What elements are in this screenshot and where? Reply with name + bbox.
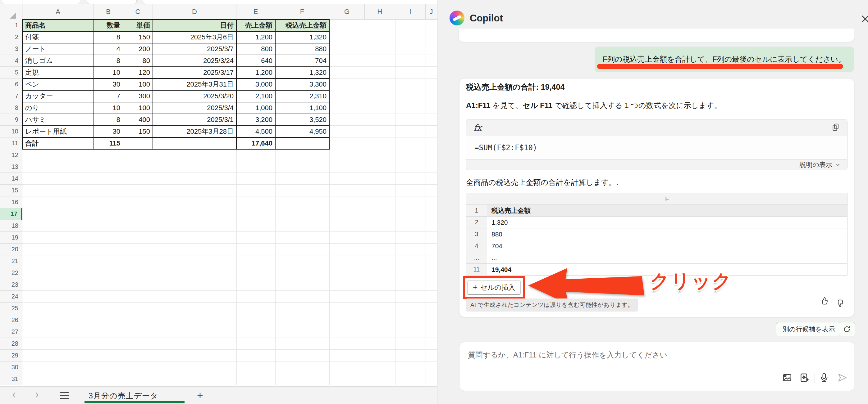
column-header-H[interactable]: H — [365, 4, 395, 20]
thumbs-up-icon[interactable] — [819, 296, 830, 306]
cell[interactable]: 2025/3/20 — [153, 90, 237, 102]
row-header-2[interactable]: 2 — [0, 31, 22, 43]
column-header-J[interactable]: J — [426, 4, 437, 20]
column-header-D[interactable]: D — [153, 4, 237, 20]
row-header-11[interactable]: 11 — [0, 137, 22, 149]
thumbs-down-icon[interactable] — [835, 298, 845, 308]
cell[interactable]: 10 — [94, 67, 123, 78]
cell[interactable]: 商品名 — [22, 20, 94, 31]
cell[interactable]: 1,100 — [275, 102, 329, 114]
cell[interactable]: 8 — [94, 55, 123, 67]
cell[interactable]: 4 — [94, 43, 123, 55]
cell[interactable]: 200 — [123, 43, 153, 55]
row-header-9[interactable]: 9 — [0, 114, 22, 126]
cell[interactable]: 4,950 — [275, 126, 329, 137]
cell[interactable]: 消しゴム — [22, 55, 94, 67]
column-header-B[interactable]: B — [94, 4, 123, 20]
cell[interactable]: 税込売上金額 — [275, 20, 329, 31]
column-header-I[interactable]: I — [395, 4, 426, 20]
prev-sheet-button[interactable] — [10, 392, 18, 398]
row-header-15[interactable]: 15 — [0, 184, 22, 196]
row-header-21[interactable]: 21 — [0, 256, 22, 267]
cell[interactable]: 2025/3/7 — [153, 43, 237, 55]
row-header-8[interactable]: 8 — [0, 102, 22, 114]
row-header-18[interactable]: 18 — [0, 220, 22, 232]
row-header-29[interactable]: 29 — [0, 350, 22, 362]
column-header-E[interactable]: E — [237, 4, 275, 20]
cell[interactable] — [153, 137, 237, 149]
sheet-tab[interactable]: 3月分の売上データ — [89, 390, 158, 402]
formula-text[interactable]: =SUM(F$2:F$10) — [466, 136, 847, 160]
row-header-23[interactable]: 23 — [0, 279, 22, 291]
cell[interactable]: 3,200 — [237, 114, 275, 126]
row-header-26[interactable]: 26 — [0, 314, 22, 326]
cell[interactable]: 2025/3/4 — [153, 102, 237, 114]
row-header-24[interactable]: 24 — [0, 291, 22, 303]
cell[interactable]: 100 — [123, 78, 153, 90]
cell[interactable]: 付箋 — [22, 31, 94, 43]
row-header-16[interactable]: 16 — [0, 196, 22, 208]
row-header-28[interactable]: 28 — [0, 338, 22, 350]
cell[interactable]: カッター — [22, 90, 94, 102]
row-header-3[interactable]: 3 — [0, 43, 22, 55]
cell[interactable] — [275, 137, 329, 149]
prompt-suggestions-icon[interactable] — [799, 372, 810, 383]
cell[interactable]: 30 — [94, 78, 123, 90]
microphone-icon[interactable] — [819, 372, 830, 383]
row-header-14[interactable]: 14 — [0, 173, 22, 184]
copy-icon[interactable] — [832, 123, 840, 133]
row-header-4[interactable]: 4 — [0, 55, 22, 67]
row-header-19[interactable]: 19 — [0, 232, 22, 244]
cell[interactable]: 150 — [123, 126, 153, 137]
row-header-5[interactable]: 5 — [0, 67, 22, 78]
close-icon[interactable] — [861, 14, 868, 24]
cell[interactable]: 880 — [275, 43, 329, 55]
next-sheet-button[interactable] — [34, 392, 40, 398]
row-header-31[interactable]: 31 — [0, 373, 22, 385]
cell[interactable]: 1,320 — [275, 31, 329, 43]
column-header-G[interactable]: G — [329, 4, 365, 20]
cell[interactable]: 1,200 — [237, 67, 275, 78]
cell[interactable]: 合計 — [22, 137, 94, 149]
row-header-1[interactable]: 1 — [0, 20, 22, 31]
cell[interactable]: 17,640 — [237, 137, 275, 149]
add-sheet-button[interactable]: + — [197, 389, 203, 401]
cell[interactable]: 2025/3/1 — [153, 114, 237, 126]
cell[interactable]: 単価 — [123, 20, 153, 31]
cell[interactable]: 3,300 — [275, 78, 329, 90]
cell[interactable]: 2025年3月31日 — [153, 78, 237, 90]
row-header-12[interactable]: 12 — [0, 149, 22, 161]
cell[interactable]: 100 — [123, 102, 153, 114]
refresh-button[interactable] — [839, 322, 855, 336]
cell[interactable]: ペン — [22, 78, 94, 90]
cell[interactable]: 4,500 — [237, 126, 275, 137]
explanation-toggle[interactable]: 説明の表示 — [466, 160, 847, 170]
cell[interactable]: 1,200 — [237, 31, 275, 43]
row-header-7[interactable]: 7 — [0, 90, 22, 102]
cell[interactable]: 売上金額 — [237, 20, 275, 31]
cell[interactable]: ハサミ — [22, 114, 94, 126]
cell[interactable]: ノート — [22, 43, 94, 55]
row-header-17[interactable]: 17 — [0, 208, 22, 220]
sheet-list-icon[interactable] — [60, 392, 69, 399]
cell[interactable]: 1,320 — [275, 67, 329, 78]
column-header-C[interactable]: C — [123, 4, 153, 20]
cell[interactable]: 8 — [94, 31, 123, 43]
cell[interactable]: 800 — [237, 43, 275, 55]
row-header-30[interactable]: 30 — [0, 362, 22, 373]
cell[interactable] — [123, 137, 153, 149]
cell[interactable]: 2,310 — [275, 90, 329, 102]
row-header-22[interactable]: 22 — [0, 267, 22, 279]
cell[interactable]: 150 — [123, 31, 153, 43]
column-header-F[interactable]: F — [275, 4, 329, 20]
cell[interactable]: 3,520 — [275, 114, 329, 126]
show-other-candidates-button[interactable]: 別の行候補を表示 — [776, 322, 842, 336]
row-header-10[interactable]: 10 — [0, 126, 22, 137]
cell[interactable]: 2025年3月28日 — [153, 126, 237, 137]
cell[interactable]: 2025年3月6日 — [153, 31, 237, 43]
cell[interactable]: 2025/3/24 — [153, 55, 237, 67]
cell[interactable]: 704 — [275, 55, 329, 67]
row-header-27[interactable]: 27 — [0, 326, 22, 338]
row-header-6[interactable]: 6 — [0, 78, 22, 90]
cell[interactable]: 2,100 — [237, 90, 275, 102]
